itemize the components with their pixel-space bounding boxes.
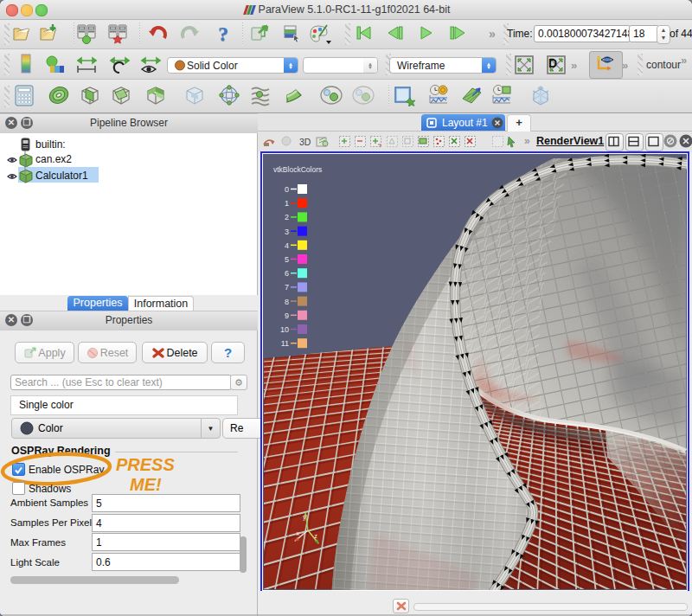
svg-text:vtkBlockColors: vtkBlockColors <box>273 165 322 174</box>
svg-text:D: D <box>548 56 557 70</box>
svg-text:6: 6 <box>285 269 289 278</box>
svg-text:10: 10 <box>280 325 289 334</box>
svg-text:7: 7 <box>285 283 289 292</box>
svg-text:1: 1 <box>285 199 289 208</box>
svg-text:11: 11 <box>281 339 289 348</box>
svg-text:z: z <box>315 533 317 539</box>
svg-text:9: 9 <box>285 311 289 320</box>
svg-text:0: 0 <box>285 185 289 194</box>
svg-text:5: 5 <box>285 255 289 264</box>
svg-text:builtin:: builtin: <box>35 138 66 151</box>
svg-text:3: 3 <box>285 228 289 236</box>
svg-text:Calculator1: Calculator1 <box>35 170 88 182</box>
svg-text:2: 2 <box>285 213 289 221</box>
svg-text:can.ex2: can.ex2 <box>35 153 72 165</box>
svg-text:PRESS: PRESS <box>116 455 175 474</box>
svg-text:4: 4 <box>285 241 289 250</box>
svg-text:8: 8 <box>285 298 289 306</box>
svg-text:ME!: ME! <box>130 475 162 494</box>
